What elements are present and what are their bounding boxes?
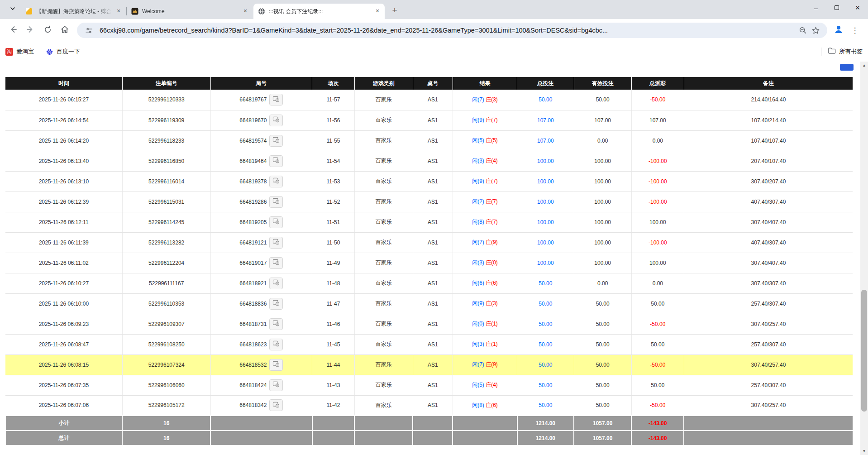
video-replay-button[interactable] xyxy=(269,216,283,228)
cell-session: 11-52 xyxy=(312,192,355,212)
cell-time: 2025-11-26 06:08:47 xyxy=(5,334,122,354)
tab-forum[interactable]: 【新提醒】海燕策略论坛 - 综合 × xyxy=(21,4,126,19)
all-bookmarks-button[interactable]: 所有书签 xyxy=(828,47,863,56)
omnibox[interactable]: 66cxkj98.com/game/betrecord_search/kind3… xyxy=(77,23,827,38)
total-bet-link[interactable]: 50.00 xyxy=(539,402,552,408)
close-icon[interactable]: × xyxy=(242,8,249,15)
result-banker: 庄(9) xyxy=(486,361,498,368)
video-replay-button[interactable] xyxy=(269,339,283,350)
cell-session: 11-46 xyxy=(312,314,355,334)
total-bet-link[interactable]: 100.00 xyxy=(537,239,554,246)
total-bet-link[interactable]: 107.00 xyxy=(537,138,554,144)
total-bet-link[interactable]: 100.00 xyxy=(537,158,554,164)
tab-search-button[interactable] xyxy=(6,3,19,16)
site-info-icon[interactable] xyxy=(82,24,95,37)
cell-table: AS1 xyxy=(413,253,453,273)
total-bet-link[interactable]: 50.00 xyxy=(539,301,552,307)
new-tab-button[interactable]: + xyxy=(388,4,401,17)
video-replay-button[interactable] xyxy=(269,176,283,187)
total-bet-link[interactable]: 50.00 xyxy=(539,280,552,287)
total-bet-link[interactable]: 100.00 xyxy=(537,178,554,185)
video-replay-button[interactable] xyxy=(269,115,283,126)
scroll-up-arrow[interactable]: ▲ xyxy=(860,62,868,69)
close-window-button[interactable]: × xyxy=(847,0,868,15)
grand-total-label: 总计 xyxy=(5,431,122,445)
cell-table: AS1 xyxy=(413,354,453,375)
cell-valid-bet: 0.00 xyxy=(574,130,631,151)
total-bet-link[interactable]: 50.00 xyxy=(539,362,552,368)
cell-note: 107.40/214.40 xyxy=(684,110,853,130)
tab-welcome[interactable]: Welcome × xyxy=(127,4,253,19)
result-player: 闲(3) xyxy=(472,158,484,164)
cell-time: 2025-11-26 06:13:10 xyxy=(5,171,122,192)
video-replay-button[interactable] xyxy=(269,135,283,147)
bookmark-star-icon[interactable] xyxy=(809,24,822,37)
cell-table: AS1 xyxy=(413,110,453,130)
forward-button[interactable] xyxy=(23,23,38,38)
total-bet-link[interactable]: 100.00 xyxy=(537,199,554,205)
total-bet-link[interactable]: 50.00 xyxy=(539,96,552,103)
video-replay-button[interactable] xyxy=(269,379,283,391)
cell-total-bet: 100.00 xyxy=(517,192,574,212)
home-button[interactable] xyxy=(57,23,72,38)
cell-payout: 50.00 xyxy=(631,375,684,395)
total-bet-link[interactable]: 100.00 xyxy=(537,260,554,266)
bookmark-aitaobao[interactable]: 淘 爱淘宝 xyxy=(5,48,34,56)
cell-time: 2025-11-26 06:10:00 xyxy=(5,293,122,314)
result-player: 闲(0) xyxy=(472,321,484,327)
cell-total-bet: 50.00 xyxy=(517,293,574,314)
cell-valid-bet: 50.00 xyxy=(574,293,631,314)
url-text[interactable]: 66cxkj98.com/game/betrecord_search/kind3… xyxy=(100,27,796,34)
tab-title: :::视讯 会员下注纪录::: xyxy=(269,8,370,15)
cell-round-id: 664819767 xyxy=(210,90,312,110)
cell-result: 闲(9) 庄(7) xyxy=(453,171,517,192)
round-id-text: 664819574 xyxy=(239,138,267,144)
total-bet-link[interactable]: 50.00 xyxy=(539,321,552,327)
scroll-down-arrow[interactable]: ▼ xyxy=(860,447,868,455)
video-replay-button[interactable] xyxy=(269,298,283,310)
table-row: 2025-11-26 06:11:02 522996112204 6648190… xyxy=(5,253,853,273)
back-button[interactable] xyxy=(5,23,21,38)
reload-button[interactable] xyxy=(40,23,55,38)
maximize-button[interactable] xyxy=(826,0,847,15)
vertical-scrollbar[interactable]: ▲ ▼ xyxy=(860,62,868,455)
maximize-icon xyxy=(835,5,839,10)
bookmark-baidu[interactable]: 百度一下 xyxy=(46,48,80,56)
video-replay-button[interactable] xyxy=(269,318,283,330)
scrollbar-thumb[interactable] xyxy=(861,290,867,412)
table-row: 2025-11-26 06:10:00 522996110353 6648188… xyxy=(5,293,853,314)
cell-game: 百家乐 xyxy=(354,293,413,314)
video-replay-button[interactable] xyxy=(269,399,283,411)
cell-payout: -100.00 xyxy=(631,232,684,253)
cell-time: 2025-11-26 06:09:23 xyxy=(5,314,122,334)
video-replay-button[interactable] xyxy=(269,237,283,249)
grand-total-valid-bet: 1057.00 xyxy=(574,431,631,445)
zoom-out-indicator-icon[interactable] xyxy=(796,24,809,37)
total-bet-link[interactable]: 50.00 xyxy=(539,382,552,388)
grand-total-payout: -143.00 xyxy=(631,431,684,445)
video-replay-button[interactable] xyxy=(269,94,283,105)
cell-game: 百家乐 xyxy=(354,90,413,110)
film-icon xyxy=(272,239,280,246)
round-id-text: 664819121 xyxy=(239,239,267,246)
video-replay-button[interactable] xyxy=(269,196,283,208)
profile-avatar[interactable] xyxy=(831,23,846,38)
table-row: 2025-11-26 06:12:11 522996114245 6648192… xyxy=(5,212,853,232)
person-icon xyxy=(833,24,844,37)
close-icon[interactable]: × xyxy=(374,8,381,15)
video-replay-button[interactable] xyxy=(269,359,283,371)
total-bet-link[interactable]: 107.00 xyxy=(537,117,554,124)
browser-menu-button[interactable]: ⋮ xyxy=(847,23,863,38)
tab-bet-records[interactable]: :::视讯 会员下注纪录::: × xyxy=(253,4,385,19)
cell-note: 307.40/407.40 xyxy=(684,212,853,232)
cell-payout: -100.00 xyxy=(631,151,684,171)
video-replay-button[interactable] xyxy=(269,257,283,269)
close-icon[interactable]: × xyxy=(115,8,122,15)
total-bet-link[interactable]: 100.00 xyxy=(537,219,554,225)
cell-note: 207.40/107.40 xyxy=(684,151,853,171)
video-replay-button[interactable] xyxy=(269,155,283,167)
video-replay-button[interactable] xyxy=(269,278,283,289)
round-id-text: 664818623 xyxy=(239,341,267,348)
total-bet-link[interactable]: 50.00 xyxy=(539,341,552,348)
minimize-button[interactable]: – xyxy=(806,0,826,15)
